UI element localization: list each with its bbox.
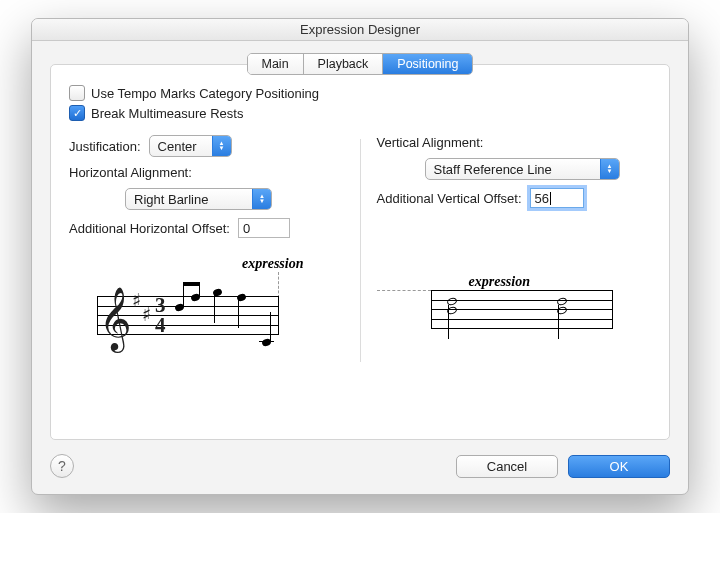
ok-label: OK	[610, 459, 629, 474]
cancel-label: Cancel	[487, 459, 527, 474]
use-tempo-label: Use Tempo Marks Category Positioning	[91, 86, 319, 101]
positioning-panel: Use Tempo Marks Category Positioning ✓ B…	[50, 64, 670, 440]
justification-select[interactable]: Center ▲▼	[149, 135, 232, 157]
help-icon: ?	[58, 458, 66, 474]
tab-segmented-control: Main Playback Positioning	[247, 53, 474, 75]
window-title: Expression Designer	[300, 22, 420, 37]
use-tempo-row: Use Tempo Marks Category Positioning	[69, 85, 651, 101]
barline	[431, 290, 432, 328]
v-offset-input[interactable]: 56	[530, 188, 584, 208]
text-caret	[550, 192, 551, 205]
note-stem	[183, 282, 184, 306]
select-arrows-icon: ▲▼	[252, 189, 271, 209]
right-column: Vertical Alignment: Staff Reference Line…	[377, 135, 652, 366]
v-align-label: Vertical Alignment:	[377, 135, 484, 150]
left-column: Justification: Center ▲▼ Horizontal Alig…	[69, 135, 344, 366]
preview-expression-text: expression	[469, 274, 530, 290]
h-offset-input[interactable]: 0	[238, 218, 290, 238]
use-tempo-checkbox[interactable]	[69, 85, 85, 101]
break-mm-row: ✓ Break Multimeasure Rests	[69, 105, 651, 121]
justification-label: Justification:	[69, 139, 141, 154]
select-arrows-icon: ▲▼	[212, 136, 231, 156]
expression-designer-window: Expression Designer Main Playback Positi…	[31, 18, 689, 495]
justification-value: Center	[150, 139, 212, 154]
note-stem	[448, 305, 449, 339]
select-arrows-icon: ▲▼	[600, 159, 619, 179]
h-align-value: Right Barline	[126, 192, 252, 207]
h-preview: expression 𝄞 ♯ ♯ 3 4	[69, 256, 344, 366]
window-titlebar: Expression Designer	[32, 19, 688, 41]
preview-dashed-line	[278, 272, 279, 298]
v-preview: expression	[377, 252, 652, 362]
note-stem	[238, 298, 239, 328]
h-align-select[interactable]: Right Barline ▲▼	[125, 188, 272, 210]
help-button[interactable]: ?	[50, 454, 74, 478]
v-offset-label: Additional Vertical Offset:	[377, 191, 522, 206]
preview-expression-text: expression	[242, 256, 303, 272]
tab-main[interactable]: Main	[248, 54, 304, 74]
tab-playback[interactable]: Playback	[304, 54, 384, 74]
ledger-line	[259, 341, 274, 342]
v-align-select[interactable]: Staff Reference Line ▲▼	[425, 158, 620, 180]
v-align-value: Staff Reference Line	[426, 162, 600, 177]
h-offset-value: 0	[243, 221, 250, 236]
barline	[278, 296, 279, 334]
break-mm-checkbox[interactable]: ✓	[69, 105, 85, 121]
note-stem	[214, 293, 215, 323]
h-offset-label: Additional Horizontal Offset:	[69, 221, 230, 236]
column-divider	[360, 139, 361, 362]
ok-button[interactable]: OK	[568, 455, 670, 478]
barline	[97, 296, 98, 334]
preview-dashed-line	[377, 290, 431, 291]
columns: Justification: Center ▲▼ Horizontal Alig…	[69, 135, 651, 366]
h-align-label: Horizontal Alignment:	[69, 165, 192, 180]
note-stem	[270, 312, 271, 341]
tab-positioning[interactable]: Positioning	[383, 54, 472, 74]
note-stem	[558, 305, 559, 339]
cancel-button[interactable]: Cancel	[456, 455, 558, 478]
dialog-footer: ? Cancel OK	[32, 454, 688, 494]
v-offset-value: 56	[535, 191, 549, 206]
preview-staff	[431, 290, 613, 329]
note-beam	[183, 282, 200, 286]
break-mm-label: Break Multimeasure Rests	[91, 106, 243, 121]
tabs-row: Main Playback Positioning	[32, 53, 688, 75]
barline	[612, 290, 613, 328]
